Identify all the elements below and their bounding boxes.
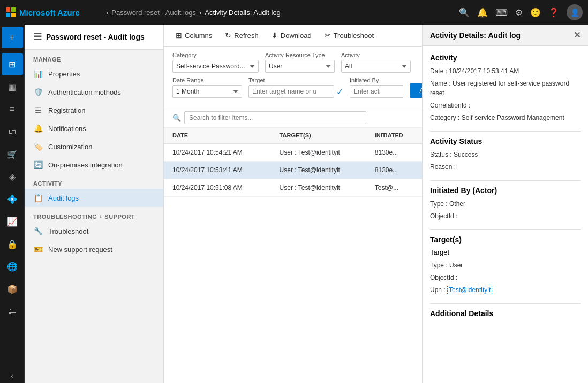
detail-panel-title: Activity Details: Audit log: [430, 31, 521, 40]
nav-item-onprem[interactable]: 🔄 On-premises integration: [25, 156, 163, 174]
properties-label: Properties: [48, 70, 80, 78]
table-row[interactable]: 10/24/2017 10:54:21 AM User : Test@ident…: [164, 143, 422, 162]
col-initiated: INITIATED: [366, 128, 422, 143]
settings-icon[interactable]: ⚙: [515, 7, 523, 18]
nav-item-troubleshoot[interactable]: 🔧 Troubleshoot: [25, 222, 163, 240]
activity-filter-label: Activity: [341, 52, 411, 58]
date-range-filter-group: Date Range 1 Month 7 Days 24 Hours Custo…: [172, 77, 242, 98]
activity-select[interactable]: All: [341, 60, 411, 73]
targets-section-title: Target(s): [430, 235, 581, 244]
row2-date: 10/24/2017 10:51:08 AM: [164, 179, 271, 197]
sidebar-marketplace-icon[interactable]: 🛒: [2, 143, 23, 165]
chevron-right-icon-2: ›: [199, 9, 201, 17]
detail-category: Category : Self-service Password Managem…: [430, 113, 581, 122]
apply-button[interactable]: Apply: [410, 83, 422, 98]
smiley-icon[interactable]: 🙂: [530, 7, 541, 18]
filter-area: Category Self-service Password... All Ac…: [164, 47, 422, 108]
nav-item-new-support[interactable]: 🎫 New support request: [25, 240, 163, 258]
columns-button[interactable]: ⊞ Columns: [169, 28, 218, 43]
top-bar-icons: 🔍 🔔 ⌨ ⚙ 🙂 ❓ 👤: [459, 4, 583, 20]
sidebar-extensions-icon[interactable]: 🌐: [2, 256, 23, 277]
detail-upn-prefix: Upn :: [430, 286, 447, 294]
sidebar-monitor-icon[interactable]: 📈: [2, 211, 23, 232]
notifications-icon: 🔔: [33, 124, 43, 133]
detail-target-upn: Upn : Test@identityit: [430, 285, 581, 295]
nav-item-registration[interactable]: ☰ Registration: [25, 101, 163, 119]
bell-icon[interactable]: 🔔: [477, 7, 488, 18]
sidebar-tag-icon[interactable]: 🏷: [2, 301, 23, 322]
sidebar-azure-icon[interactable]: 💠: [2, 188, 23, 210]
auth-methods-icon: 🛡️: [33, 87, 43, 97]
customization-icon: 🏷️: [33, 142, 43, 151]
refresh-button[interactable]: ↻ Refresh: [218, 28, 265, 43]
terminal-icon[interactable]: ⌨: [495, 7, 508, 18]
nav-panel-title: Password reset - Audit logs: [46, 33, 145, 41]
nav-item-notifications[interactable]: 🔔 Notifications: [25, 119, 163, 137]
activity-section-label: ACTIVITY: [25, 174, 163, 189]
detail-correlation-value: CorrelationId :: [430, 102, 470, 109]
svg-rect-0: [6, 7, 10, 12]
customization-label: Customization: [48, 143, 92, 151]
resource-type-select[interactable]: User All: [265, 60, 335, 73]
initiated-input[interactable]: [350, 85, 403, 98]
help-icon[interactable]: ❓: [548, 7, 559, 18]
activity-section: Activity Date : 10/24/2017 10:53:41 AM N…: [430, 53, 581, 122]
date-range-label: Date Range: [172, 77, 242, 83]
initiated-filter-label: Initiated By: [350, 77, 403, 83]
troubleshoot-tb-icon: ✂: [325, 31, 331, 40]
nav-item-customization[interactable]: 🏷️ Customization: [25, 137, 163, 156]
search-filter-icon: 🔍: [172, 114, 181, 122]
hamburger-icon[interactable]: ☰: [33, 31, 42, 43]
audit-log-table: DATE TARGET(S) INITIATED 10/24/2017 10:5…: [164, 128, 422, 197]
troubleshoot-icon: 🔧: [33, 226, 43, 236]
breadcrumb: › Password reset - Audit logs › Activity…: [106, 9, 455, 17]
sidebar-groups-icon[interactable]: 🗂: [2, 121, 23, 142]
sidebar-apps-icon[interactable]: 📦: [2, 278, 23, 300]
toolbar: ⊞ Columns ↻ Refresh ⬇ Download ✂ Trouble…: [164, 25, 422, 47]
download-icon: ⬇: [272, 31, 278, 40]
detail-upn-link[interactable]: Test@identityit: [447, 286, 492, 294]
registration-icon: ☰: [33, 105, 43, 115]
initiated-filter-group: Initiated By: [350, 77, 403, 98]
detail-category-value: Category : Self-service Password Managem…: [430, 114, 564, 121]
row1-initiated: 8130e...: [366, 162, 422, 179]
detail-actor-objectid: ObjectId :: [430, 211, 581, 221]
columns-icon: ⊞: [176, 31, 182, 40]
actor-section-title: Initiated By (Actor): [430, 186, 581, 195]
sidebar-resources-icon[interactable]: ≡: [2, 98, 23, 120]
table-row[interactable]: 10/24/2017 10:53:41 AM User : Test@ident…: [164, 162, 422, 179]
sidebar-add-button[interactable]: +: [2, 27, 23, 48]
divider-1: [430, 131, 581, 132]
date-range-select[interactable]: 1 Month 7 Days 24 Hours Custom: [172, 85, 242, 98]
columns-label: Columns: [185, 32, 212, 40]
detail-name-value: Name : User registered for self-service …: [430, 80, 569, 97]
troubleshoot-tb-label: Troubleshoot: [334, 32, 374, 40]
search-icon[interactable]: 🔍: [459, 7, 470, 18]
sidebar-collapse-button[interactable]: ‹: [11, 372, 13, 380]
target-input[interactable]: [248, 85, 334, 98]
detail-close-button[interactable]: ✕: [574, 30, 581, 40]
nav-item-auth-methods[interactable]: 🛡️ Authentication methods: [25, 83, 163, 101]
troubleshoot-toolbar-button[interactable]: ✂ Troubleshoot: [318, 28, 380, 43]
activity-status-section: Activity Status Status : Success Reason …: [430, 137, 581, 172]
audit-logs-icon: 📋: [33, 193, 43, 203]
download-button[interactable]: ⬇ Download: [265, 28, 318, 43]
sidebar-code-icon[interactable]: ◈: [2, 166, 23, 187]
table-row[interactable]: 10/24/2017 10:51:08 AM User : Test@ident…: [164, 179, 422, 197]
sidebar-dashboard-icon[interactable]: ▦: [2, 76, 23, 97]
sidebar-home-icon[interactable]: ⊞: [2, 53, 23, 75]
nav-item-properties[interactable]: 📊 Properties: [25, 65, 163, 83]
detail-target-objectid: ObjectId :: [430, 273, 581, 282]
chevron-right-icon: ›: [106, 9, 108, 17]
sidebar-security-icon[interactable]: 🔒: [2, 233, 23, 255]
search-input[interactable]: [184, 111, 366, 124]
avatar[interactable]: 👤: [567, 4, 583, 20]
resource-type-label: Activity Resource Type: [265, 52, 335, 58]
nav-item-audit-logs[interactable]: 📋 Audit logs: [25, 189, 163, 207]
category-select[interactable]: Self-service Password... All: [172, 60, 259, 73]
detail-panel-body: Activity Date : 10/24/2017 10:53:41 AM N…: [423, 46, 588, 383]
refresh-icon: ↻: [225, 31, 231, 40]
properties-icon: 📊: [33, 69, 43, 79]
top-bar: Microsoft Azure › Password reset - Audit…: [0, 0, 588, 25]
content-area: ⊞ Columns ↻ Refresh ⬇ Download ✂ Trouble…: [164, 25, 422, 383]
